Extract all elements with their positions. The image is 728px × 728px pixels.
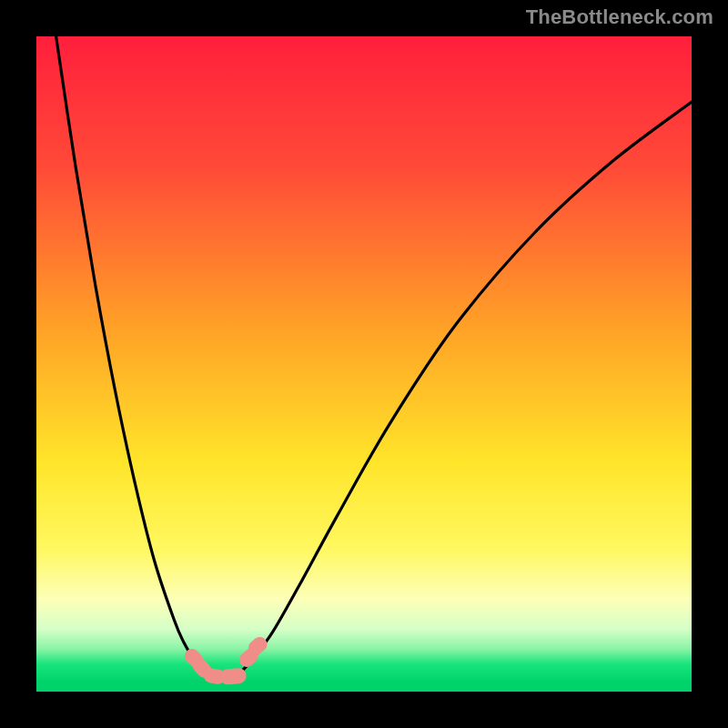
markers-layer <box>36 36 692 692</box>
marker-blob <box>219 668 247 685</box>
attribution-text: TheBottleneck.com <box>526 5 713 29</box>
plot-area <box>36 36 692 692</box>
